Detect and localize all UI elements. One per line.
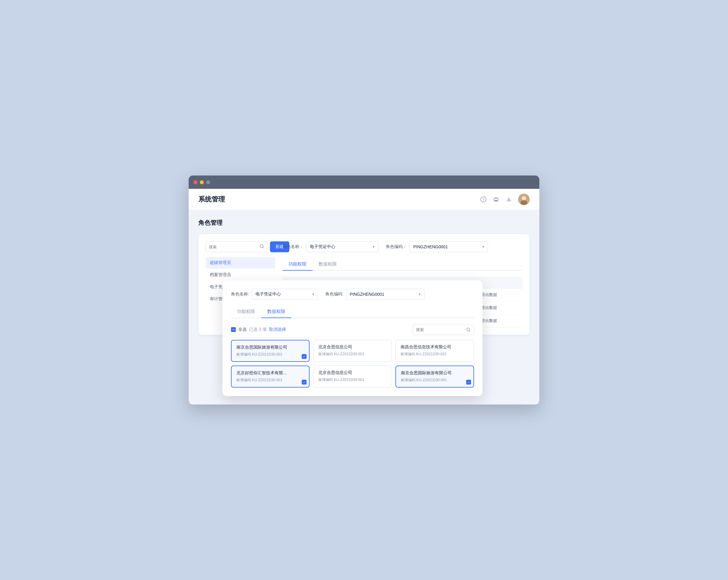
company-name-2: 北京合思信息公司 [318, 344, 387, 350]
company-check-icon-4: ✓ [302, 380, 307, 385]
select-bar: − 全选 已选 3 项 取消选择 [231, 324, 474, 335]
sidebar-item-super-admin[interactable]: 超级管理员 [206, 257, 275, 269]
select-all-label[interactable]: 全选 [238, 327, 247, 332]
role-name-label: 角色名称： [282, 244, 304, 250]
modal-search-input[interactable] [416, 328, 464, 332]
company-card-4[interactable]: 北京好想你汇智技术有限... 账簿编码 KU-Z2021D30-001 ✓ [231, 365, 310, 388]
print-icon[interactable] [493, 196, 499, 203]
content-area: 角色管理 [189, 210, 539, 405]
company-name-4: 北京好想你汇智技术有限... [236, 370, 304, 376]
modal-role-code-label: 角色编码: [325, 292, 343, 297]
role-name-field: 角色名称： 电子凭证中心 ▾ [282, 241, 379, 252]
company-check-icon-1: ✓ [302, 354, 307, 359]
modal-tab-func[interactable]: 功能权限 [231, 306, 261, 318]
company-card-1[interactable]: 南京合思国际旅游有限公司 账簿编码 KU-Z2021D30-001 ✓ [231, 340, 310, 362]
search-icon [260, 244, 264, 250]
modal-search-icon [466, 328, 471, 332]
partial-select-icon[interactable]: − [231, 327, 236, 332]
company-card-3[interactable]: 南昌合思信息技术有限公司 账簿编码 KU-Z2021D30-001 [395, 340, 474, 362]
company-code-label-5: 账簿编码 KU-Z2021D30-001 [318, 377, 387, 382]
svg-rect-3 [495, 200, 497, 201]
modal-role-name-label: 角色名称: [231, 292, 249, 297]
role-code-label: 角色编码： [386, 244, 407, 250]
minimize-button[interactable] [200, 181, 204, 184]
company-card-5[interactable]: 北京合思信息公司 账簿编码 KU-Z2021D30-001 [313, 365, 392, 388]
avatar[interactable] [518, 194, 530, 205]
app-header: 系统管理 ? [189, 189, 539, 210]
close-button[interactable] [193, 181, 198, 184]
company-code-label-3: 账簿编码 KU-Z2021D30-001 [400, 352, 469, 357]
search-input-wrap[interactable] [206, 241, 267, 252]
svg-point-5 [522, 196, 526, 200]
company-card-2[interactable]: 北京合思信息公司 账簿编码 KU-Z2021D30-001 [313, 340, 392, 362]
company-name-1: 南京合思国际旅游有限公司 [236, 345, 304, 350]
download-icon[interactable] [505, 196, 512, 203]
modal-chevron-down-icon: ▾ [312, 292, 314, 296]
company-name-6: 南京合思国际旅游有限公司 [401, 370, 469, 376]
company-code-label-6: 账簿编码 KU-Z2021D30-001 [401, 378, 469, 383]
modal-role-name-select[interactable]: 电子凭证中心 ▾ [252, 289, 318, 300]
role-code-field: 角色编码： PINGZHENG0001 ▾ [386, 241, 488, 252]
maximize-button[interactable] [206, 181, 210, 184]
select-left: − 全选 已选 3 项 取消选择 [231, 327, 286, 332]
chevron-down-icon: ▾ [373, 245, 374, 249]
company-grid: 南京合思国际旅游有限公司 账簿编码 KU-Z2021D30-001 ✓ 北京合思… [231, 340, 474, 388]
modal-chevron-down-icon-2: ▾ [419, 292, 420, 296]
svg-point-6 [521, 200, 527, 205]
company-name-3: 南昌合思信息技术有限公司 [400, 344, 469, 350]
search-bar: 新建 [206, 241, 275, 252]
company-card-6[interactable]: 南京合思国际旅游有限公司 账簿编码 KU-Z2021D30-001 ✓ [395, 365, 474, 388]
app-title: 系统管理 [198, 195, 225, 204]
cancel-select-button[interactable]: 取消选择 [269, 327, 286, 332]
modal-role-code-field: 角色编码: PINGZHENG0001 ▾ [325, 289, 424, 300]
company-code-label-4: 账簿编码 KU-Z2021D30-001 [236, 378, 304, 383]
modal-role-name-field: 角色名称: 电子凭证中心 ▾ [231, 289, 318, 300]
header-icons: ? [480, 194, 530, 205]
permission-tabs: 功能权限 数据权限 [282, 258, 522, 271]
modal-tabs: 功能权限 数据权限 [231, 306, 474, 318]
sidebar-item-archive-admin[interactable]: 档案管理员 [206, 269, 275, 281]
modal-role-code-select[interactable]: PINGZHENG0001 ▾ [346, 289, 424, 300]
role-name-select[interactable]: 电子凭证中心 ▾ [306, 241, 379, 252]
modal-tab-data[interactable]: 数据权限 [261, 306, 291, 318]
svg-text:?: ? [482, 197, 484, 202]
modal-container: 角色名称: 电子凭证中心 ▾ 角色编码: PINGZHENG0001 ▾ [223, 280, 530, 396]
modal-form-row: 角色名称: 电子凭证中心 ▾ 角色编码: PINGZHENG0001 ▾ [231, 289, 474, 300]
page-title: 角色管理 [198, 219, 530, 227]
role-code-select[interactable]: PINGZHENG0001 ▾ [409, 241, 488, 252]
help-icon[interactable]: ? [480, 196, 487, 203]
role-form-row: 角色名称： 电子凭证中心 ▾ 角色编码： PINGZHENG0001 ▾ [282, 241, 522, 252]
tab-data-perm[interactable]: 数据权限 [313, 258, 343, 271]
company-name-5: 北京合思信息公司 [318, 370, 387, 376]
titlebar [189, 175, 539, 189]
company-check-icon-6: ✓ [466, 380, 471, 385]
tab-func-perm[interactable]: 功能权限 [282, 258, 313, 271]
company-code-label-1: 账簿编码 KU-Z2021D30-001 [236, 352, 304, 357]
search-input[interactable] [209, 245, 260, 249]
data-perm-modal: 角色名称: 电子凭证中心 ▾ 角色编码: PINGZHENG0001 ▾ [223, 280, 483, 396]
modal-search-bar[interactable] [413, 324, 474, 335]
chevron-down-icon-2: ▾ [482, 245, 484, 249]
already-selected-count: 已选 3 项 [249, 327, 267, 332]
company-code-label-2: 账簿编码 KU-Z2021D30-001 [318, 352, 387, 357]
